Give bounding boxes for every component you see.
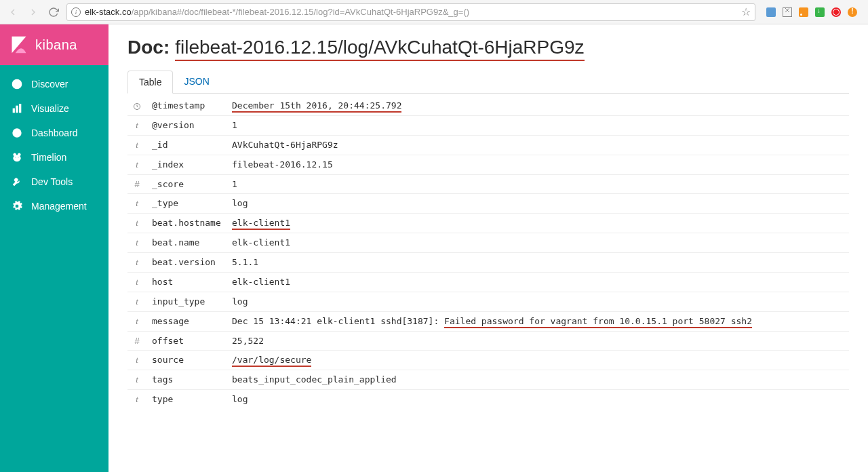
field-type-icon: t bbox=[127, 136, 146, 155]
field-row: ttypelog bbox=[127, 390, 849, 410]
tab-json[interactable]: JSON bbox=[173, 71, 220, 93]
field-row: ttagsbeats_input_codec_plain_applied bbox=[127, 370, 849, 390]
field-type-icon: t bbox=[127, 273, 146, 292]
field-row: @timestampDecember 15th 2016, 20:44:25.7… bbox=[127, 96, 849, 116]
field-name: beat.name bbox=[146, 233, 226, 253]
rss-icon[interactable] bbox=[799, 7, 808, 17]
logo-text: kibana bbox=[35, 37, 77, 53]
field-row: #_score1 bbox=[127, 175, 849, 194]
field-row: t_indexfilebeat-2016.12.15 bbox=[127, 155, 849, 175]
field-row: tmessageDec 15 13:44:21 elk-client1 sshd… bbox=[127, 312, 849, 332]
sidebar-item-label: Dev Tools bbox=[31, 176, 73, 187]
field-row: t_idAVkCuhatQt-6HjaRPG9z bbox=[127, 136, 849, 155]
svg-point-9 bbox=[15, 157, 16, 157]
field-value: log bbox=[226, 390, 849, 410]
doc-path: filebeat-2016.12.15/log/AVkCuhatQt-6HjaR… bbox=[175, 37, 584, 61]
download-icon[interactable] bbox=[815, 7, 825, 17]
sidebar-item-label: Timelion bbox=[31, 152, 66, 163]
svg-point-8 bbox=[14, 155, 21, 161]
field-type-icon: t bbox=[127, 253, 146, 273]
doc-tabs: TableJSON bbox=[127, 71, 849, 94]
field-name: type bbox=[146, 390, 226, 410]
field-value: filebeat-2016.12.15 bbox=[226, 155, 849, 175]
field-row: #offset25,522 bbox=[127, 332, 849, 351]
field-name: _score bbox=[146, 175, 226, 194]
field-value: elk-client1 bbox=[226, 233, 849, 253]
field-type-icon: t bbox=[127, 292, 146, 312]
field-value: December 15th 2016, 20:44:25.792 bbox=[226, 96, 849, 116]
extension-icons bbox=[761, 7, 863, 17]
logo-bar[interactable]: kibana bbox=[0, 24, 108, 65]
field-row: tbeat.version5.1.1 bbox=[127, 253, 849, 273]
alert-icon[interactable] bbox=[848, 7, 857, 17]
bookmark-star-icon[interactable]: ☆ bbox=[741, 5, 751, 18]
gauge-icon bbox=[11, 127, 23, 139]
sidebar-item-label: Dashboard bbox=[31, 127, 78, 138]
field-value: /var/log/secure bbox=[226, 351, 849, 370]
svg-point-10 bbox=[18, 157, 18, 157]
sidebar-item-label: Discover bbox=[31, 79, 68, 90]
field-value: log bbox=[226, 194, 849, 214]
sidebar-item-management[interactable]: Management bbox=[0, 194, 108, 218]
url-bar[interactable]: i elk-stack.co/app/kibana#/doc/filebeat-… bbox=[66, 3, 755, 21]
field-value: elk-client1 bbox=[226, 273, 849, 292]
field-name: beat.version bbox=[146, 253, 226, 273]
extension-icon[interactable] bbox=[766, 7, 776, 17]
field-name: _index bbox=[146, 155, 226, 175]
forward-button[interactable] bbox=[26, 5, 41, 20]
field-name: @timestamp bbox=[146, 96, 226, 116]
field-type-icon: t bbox=[127, 312, 146, 332]
field-name: host bbox=[146, 273, 226, 292]
field-name: @version bbox=[146, 116, 226, 136]
field-type-icon: t bbox=[127, 351, 146, 370]
field-row: thostelk-client1 bbox=[127, 273, 849, 292]
field-value: log bbox=[226, 292, 849, 312]
field-name: offset bbox=[146, 332, 226, 351]
wrench-icon bbox=[11, 176, 23, 188]
gear-icon bbox=[11, 200, 23, 212]
tab-table[interactable]: Table bbox=[127, 71, 173, 94]
field-value: beats_input_codec_plain_applied bbox=[226, 370, 849, 390]
kibana-logo-icon bbox=[9, 35, 28, 54]
field-value: elk-client1 bbox=[226, 214, 849, 233]
svg-rect-4 bbox=[19, 104, 21, 113]
sidebar-item-visualize[interactable]: Visualize bbox=[0, 96, 108, 121]
field-row: t@version1 bbox=[127, 116, 849, 136]
field-row: tbeat.hostnameelk-client1 bbox=[127, 214, 849, 233]
sidebar-item-timelion[interactable]: Timelion bbox=[0, 145, 108, 170]
field-name: _id bbox=[146, 136, 226, 155]
field-type-icon: # bbox=[127, 332, 146, 351]
field-value: 25,522 bbox=[226, 332, 849, 351]
field-type-icon: t bbox=[127, 370, 146, 390]
doc-prefix: Doc: bbox=[127, 37, 170, 58]
field-name: input_type bbox=[146, 292, 226, 312]
sidebar-item-dashboard[interactable]: Dashboard bbox=[0, 121, 108, 145]
field-type-icon bbox=[127, 96, 146, 116]
field-row: tsource/var/log/secure bbox=[127, 351, 849, 370]
compass-icon bbox=[11, 78, 23, 90]
sidebar-item-dev-tools[interactable]: Dev Tools bbox=[0, 170, 108, 194]
blocker-icon[interactable] bbox=[831, 7, 841, 17]
svg-rect-3 bbox=[16, 106, 18, 113]
svg-rect-2 bbox=[13, 109, 15, 113]
field-name: tags bbox=[146, 370, 226, 390]
field-name: message bbox=[146, 312, 226, 332]
back-button[interactable] bbox=[5, 5, 20, 20]
field-type-icon: t bbox=[127, 214, 146, 233]
field-value: 1 bbox=[226, 116, 849, 136]
bar-chart-icon bbox=[11, 102, 23, 115]
site-info-icon[interactable]: i bbox=[71, 7, 81, 17]
field-type-icon: t bbox=[127, 155, 146, 175]
field-name: source bbox=[146, 351, 226, 370]
field-name: beat.hostname bbox=[146, 214, 226, 233]
field-row: t_typelog bbox=[127, 194, 849, 214]
sidebar-item-discover[interactable]: Discover bbox=[0, 72, 108, 96]
field-value: 5.1.1 bbox=[226, 253, 849, 273]
reload-button[interactable] bbox=[46, 5, 61, 20]
field-row: tinput_typelog bbox=[127, 292, 849, 312]
field-value: AVkCuhatQt-6HjaRPG9z bbox=[226, 136, 849, 155]
sidebar-item-label: Visualize bbox=[31, 103, 69, 114]
url-text: elk-stack.co/app/kibana#/doc/filebeat-*/… bbox=[85, 7, 737, 17]
mail-icon[interactable] bbox=[783, 7, 792, 17]
field-name: _type bbox=[146, 194, 226, 214]
